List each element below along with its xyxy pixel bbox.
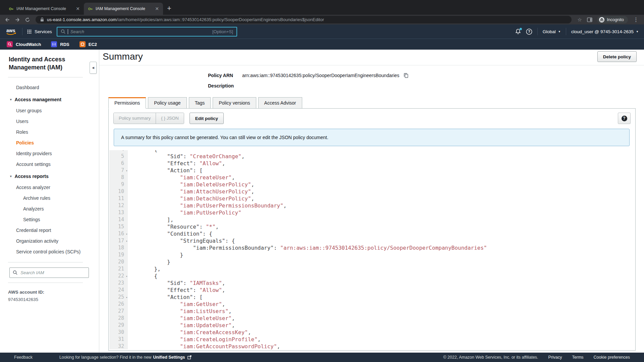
tab-tags[interactable]: Tags xyxy=(189,97,211,109)
policy-meta: Policy ARN arn:aws:iam::974530142635:pol… xyxy=(99,65,644,94)
code-line: "Action": [ xyxy=(128,294,630,301)
edit-policy-button[interactable]: Edit policy xyxy=(190,113,224,124)
tab-policy-versions[interactable]: Policy versions xyxy=(213,97,256,109)
browser-tab-2-active[interactable]: IAM Management Console ✕ xyxy=(84,3,163,15)
panel-help-button[interactable]: ? xyxy=(618,113,631,124)
editor-code: {"Sid": "CreateOrChange","Effect": "Allo… xyxy=(128,150,630,349)
line-number: 5 xyxy=(109,153,128,160)
sidebar-section-access-management[interactable]: ▾Access management xyxy=(0,93,99,105)
sidebar-item-organization-activity[interactable]: Organization activity xyxy=(0,236,99,246)
code-line: "iam:PutUserPolicy" xyxy=(128,209,630,216)
code-line: "iam:CreateUser", xyxy=(128,174,630,181)
line-number: 30 xyxy=(109,329,128,336)
chevron-down-icon: ▼ xyxy=(558,30,561,33)
favorite-cloudwatch[interactable]: CloudWatch xyxy=(7,41,41,47)
view-toggle: Policy summary { } JSON xyxy=(113,113,184,124)
code-line: "StringEquals": { xyxy=(128,237,630,244)
sidebar-item-access-analyzer[interactable]: Access analyzer xyxy=(0,182,99,193)
sidebar-item-roles[interactable]: Roles xyxy=(0,127,99,137)
line-number: 20 xyxy=(109,258,128,265)
line-number: 16▾ xyxy=(109,230,128,237)
sidebar-item-archive-rules[interactable]: Archive rules xyxy=(0,193,99,203)
favorite-rds[interactable]: RDS xyxy=(51,41,69,47)
browser-tab-1[interactable]: IAM Management Console ✕ xyxy=(5,3,84,15)
json-toggle[interactable]: { } JSON xyxy=(156,113,184,124)
divider xyxy=(22,28,22,35)
favorite-ec2[interactable]: EC2 xyxy=(79,41,97,47)
sidebar-item-service-control-policies-scps[interactable]: Service control policies (SCPs) xyxy=(0,246,99,257)
console-search-input[interactable]: Search [Option+S] xyxy=(57,27,237,37)
sidebar-item-users[interactable]: Users xyxy=(0,116,99,127)
sidebar-item-user-groups[interactable]: User groups xyxy=(0,105,99,116)
cookie-preferences-link[interactable]: Cookie preferences xyxy=(594,355,630,360)
tab-policy-usage[interactable]: Policy usage xyxy=(148,97,186,109)
feedback-link[interactable]: Feedback xyxy=(14,355,33,360)
fold-caret-icon[interactable]: ▾ xyxy=(126,273,127,280)
code-line: "Condition": { xyxy=(128,230,630,237)
code-line: { xyxy=(128,273,630,280)
code-line: "iam:PutUserPermissionsBoundary", xyxy=(128,202,630,209)
reload-icon[interactable] xyxy=(23,16,32,24)
code-line: } xyxy=(128,251,630,258)
description-row: Description xyxy=(208,83,644,88)
code-line: "iam:AttachUserPolicy", xyxy=(128,188,630,195)
policy-summary-toggle[interactable]: Policy summary xyxy=(114,113,156,124)
console-footer: Feedback Looking for language selection?… xyxy=(0,353,644,362)
help-button[interactable]: ? xyxy=(526,28,532,35)
back-icon[interactable] xyxy=(3,16,11,24)
tab-permissions[interactable]: Permissions xyxy=(108,97,146,109)
sidebar-search-input[interactable] xyxy=(20,270,86,276)
description-label: Description xyxy=(208,83,242,88)
code-line: "Effect": "Allow", xyxy=(128,287,630,294)
tab-access-advisor[interactable]: Access Advisor xyxy=(258,97,302,109)
account-menu[interactable]: cloud_user @ 9745-3014-2635 ▼ xyxy=(571,29,639,34)
services-menu[interactable]: Services xyxy=(27,29,52,34)
sidebar-item-account-settings[interactable]: Account settings xyxy=(0,159,99,170)
close-icon[interactable]: ✕ xyxy=(154,6,160,11)
line-number: 22▾ xyxy=(109,273,128,280)
copy-icon[interactable] xyxy=(404,73,409,78)
privacy-link[interactable]: Privacy xyxy=(548,355,562,360)
iam-sidebar: Identity and Access Management (IAM) ◀ D… xyxy=(0,50,99,353)
sidebar-item-policies[interactable]: Policies xyxy=(0,137,99,148)
incognito-label: Incognito xyxy=(607,17,624,22)
sidebar-item-credential-report[interactable]: Credential report xyxy=(0,225,99,236)
region-selector[interactable]: Global ▼ xyxy=(543,29,561,34)
sidebar-collapse-button[interactable]: ◀ xyxy=(90,62,97,74)
account-id-label: AWS account ID: xyxy=(8,290,99,295)
sidebar-nav: Dashboard▾Access managementUser groupsUs… xyxy=(0,77,99,257)
sidebar-item-settings[interactable]: Settings xyxy=(0,214,99,225)
lock-icon xyxy=(40,17,44,22)
sidebar-section-access-reports[interactable]: ▾Access reports xyxy=(0,170,99,182)
sidebar-item-identity-providers[interactable]: Identity providers xyxy=(0,148,99,159)
line-number: 32 xyxy=(109,343,128,349)
line-number: 27 xyxy=(109,308,128,315)
new-tab-icon[interactable]: + xyxy=(167,4,171,13)
fold-caret-icon[interactable]: ▾ xyxy=(126,167,127,174)
cloudwatch-icon xyxy=(7,41,13,47)
sidebar-item-dashboard[interactable]: Dashboard xyxy=(0,82,99,93)
bookmark-star-icon[interactable]: ☆ xyxy=(576,16,584,24)
notification-dot xyxy=(520,28,522,30)
line-number: 21 xyxy=(109,265,128,273)
delete-policy-button[interactable]: Delete policy xyxy=(597,51,637,62)
close-icon[interactable]: ✕ xyxy=(74,6,81,11)
address-bar[interactable]: us-east-1.console.aws.amazon.com/iam/hom… xyxy=(36,16,572,23)
json-editor[interactable]: 4567▾8910111213141516▾17▾1819202122▾2324… xyxy=(109,150,630,349)
policy-arn-value: arn:aws:iam::974530142635:policy/SooperD… xyxy=(242,73,399,78)
external-link-icon xyxy=(187,355,192,359)
line-number: 19 xyxy=(109,251,128,258)
fold-caret-icon[interactable]: ▾ xyxy=(126,238,127,245)
notifications-button[interactable] xyxy=(515,28,521,35)
unified-settings-link[interactable]: Unified Settings xyxy=(153,355,185,360)
fold-caret-icon[interactable]: ▾ xyxy=(126,231,127,238)
info-banner: A summary for this policy cannot be gene… xyxy=(114,129,630,146)
aws-logo[interactable]: aws xyxy=(5,27,17,36)
sidebar-search[interactable] xyxy=(9,267,89,278)
terms-link[interactable]: Terms xyxy=(572,355,584,360)
sidebar-item-analyzers[interactable]: Analyzers xyxy=(0,203,99,214)
forward-icon[interactable] xyxy=(13,16,21,24)
fold-caret-icon[interactable]: ▾ xyxy=(126,294,127,301)
browser-menu-icon[interactable]: ⋮ xyxy=(631,16,641,23)
side-panel-icon[interactable] xyxy=(586,16,594,24)
